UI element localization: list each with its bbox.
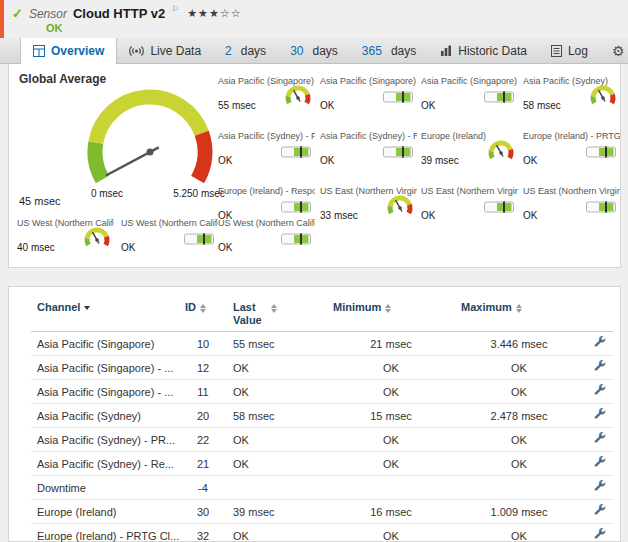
linear-gauge-icon <box>586 146 616 158</box>
channel-gauge-label: US West (Northern California)... <box>218 218 315 228</box>
cell-minimum: OK <box>327 380 455 404</box>
channel-gauge-value: 55 msec <box>218 100 256 111</box>
channel-gauge-cell[interactable]: Asia Pacific (Sydney) - Respo... OK <box>320 131 417 175</box>
cell-last-value: OK <box>227 380 327 404</box>
cell-maximum: OK <box>455 356 583 380</box>
sensor-page: ✓ Sensor Cloud HTTP v2 ⚐ ★★★☆☆ OK Overvi… <box>0 0 628 542</box>
wrench-icon <box>594 384 607 397</box>
status-badge: OK <box>46 22 63 34</box>
cell-id: 10 <box>179 332 227 356</box>
channel-gauge-cell[interactable]: US West (Northern California)... OK <box>121 218 218 262</box>
cell-minimum: OK <box>327 452 455 476</box>
gauges-panel: Global Average 0 msec 5.250 msec 45 msec… <box>8 64 621 268</box>
tab-overview[interactable]: Overview <box>20 38 117 63</box>
tab-historic-data[interactable]: Historic Data <box>428 38 539 63</box>
channel-gauge-cell[interactable]: Asia Pacific (Sydney) - PRTG C... OK <box>218 131 315 175</box>
tab-label: Log <box>568 44 588 58</box>
table-header-row: Channel ID Last Value Minimum Maximum <box>31 295 613 332</box>
status-check-icon: ✓ <box>12 6 23 21</box>
table-row: Asia Pacific (Singapore) - ... 11 OK OK … <box>31 380 613 404</box>
table-row: Europe (Ireland) - PRTG Cl... 32 OK OK O… <box>31 524 613 542</box>
channel-gauge-cell[interactable]: Asia Pacific (Singapore) - Res... OK <box>421 76 518 120</box>
channel-gauge-cell[interactable]: US East (Northern Virginia) -... OK <box>421 186 518 230</box>
column-header-last-value[interactable]: Last Value <box>227 295 327 332</box>
tab-365-days[interactable]: 365days <box>350 38 428 63</box>
cell-last-value: OK <box>227 524 327 542</box>
sensor-header: ✓ Sensor Cloud HTTP v2 ⚐ ★★★☆☆ <box>12 6 242 21</box>
linear-gauge-icon <box>383 146 413 158</box>
channel-gauge-value: OK <box>320 155 334 166</box>
sort-icon <box>516 304 522 313</box>
cell-last-value: 58 msec <box>227 404 327 428</box>
channel-gauge-cell[interactable]: Europe (Ireland) - PRTG Cloud... OK <box>523 131 620 175</box>
gear-icon: ⚙ <box>612 44 625 58</box>
cell-minimum: OK <box>327 428 455 452</box>
cell-id: 21 <box>179 452 227 476</box>
tab-label: days <box>241 44 266 58</box>
channel-settings-button[interactable] <box>594 480 607 495</box>
channel-settings-button[interactable] <box>594 528 607 542</box>
table-row: Asia Pacific (Sydney) - Re... 21 OK OK O… <box>31 452 613 476</box>
channel-table: Channel ID Last Value Minimum Maximum As… <box>31 295 613 542</box>
cell-minimum: OK <box>327 356 455 380</box>
cell-last-value: OK <box>227 428 327 452</box>
channel-gauge-cell[interactable]: US East (Northern Virginia) 33 msec <box>320 186 417 230</box>
cell-last-value <box>227 476 327 500</box>
priority-stars[interactable]: ★★★☆☆ <box>187 7 241 20</box>
table-row: Asia Pacific (Singapore) - ... 12 OK OK … <box>31 356 613 380</box>
channel-gauge-value: 58 msec <box>523 100 561 111</box>
channel-settings-button[interactable] <box>594 432 607 447</box>
column-header-minimum[interactable]: Minimum <box>327 295 455 332</box>
channel-gauge-cell[interactable]: US East (Northern Virginia) -... OK <box>523 186 620 230</box>
tab-log[interactable]: Log <box>539 38 600 63</box>
channel-gauge-cell[interactable]: US West (Northern California) 40 msec <box>17 218 114 262</box>
table-row: Europe (Ireland) 30 39 msec 16 msec 1.00… <box>31 500 613 524</box>
channel-gauge-cell[interactable]: Asia Pacific (Singapore) 55 msec <box>218 76 315 120</box>
channel-gauge-cell[interactable]: Europe (Ireland) 39 msec <box>421 131 518 175</box>
channel-gauge-label: US West (Northern California)... <box>121 218 218 228</box>
cell-id: 30 <box>179 500 227 524</box>
channel-gauge-label: Europe (Ireland) - Response C... <box>218 186 315 196</box>
column-header-channel[interactable]: Channel <box>31 295 179 332</box>
cell-channel: Asia Pacific (Singapore) <box>31 332 179 356</box>
channel-gauge-value: OK <box>421 100 435 111</box>
cell-id: 32 <box>179 524 227 542</box>
tab-number: 30 <box>290 44 303 58</box>
cell-channel: Asia Pacific (Sydney) - Re... <box>31 452 179 476</box>
channel-settings-button[interactable] <box>594 456 607 471</box>
channel-settings-button[interactable] <box>594 504 607 519</box>
channel-gauge-label: Asia Pacific (Sydney) - PRTG C... <box>218 131 315 141</box>
tab-settings[interactable]: ⚙ Settings <box>600 38 628 63</box>
channel-settings-button[interactable] <box>594 360 607 375</box>
cell-channel: Asia Pacific (Sydney) - PR... <box>31 428 179 452</box>
cell-channel: Asia Pacific (Sydney) <box>31 404 179 428</box>
tab-30-days[interactable]: 30days <box>278 38 350 63</box>
channel-settings-button[interactable] <box>594 384 607 399</box>
wrench-icon <box>594 408 607 421</box>
column-header-id[interactable]: ID <box>179 295 227 332</box>
channel-gauge-cell[interactable]: US West (Northern California)... OK <box>218 218 315 262</box>
cell-minimum: 15 msec <box>327 404 455 428</box>
tab-label: days <box>312 44 337 58</box>
channel-gauge-cell[interactable]: Asia Pacific (Singapore) - PR... OK <box>320 76 417 120</box>
channel-gauge-value: 40 msec <box>17 242 55 253</box>
cell-maximum: OK <box>455 380 583 404</box>
cell-maximum: OK <box>455 452 583 476</box>
channel-gauge-value: OK <box>523 210 537 221</box>
tab-2-days[interactable]: 2days <box>213 38 278 63</box>
table-row: Asia Pacific (Sydney) - PR... 22 OK OK O… <box>31 428 613 452</box>
radial-gauge-icon <box>586 84 620 114</box>
channel-gauge-cell[interactable]: Asia Pacific (Sydney) 58 msec <box>523 76 620 120</box>
channel-settings-button[interactable] <box>594 408 607 423</box>
tab-label: Historic Data <box>458 44 527 58</box>
cell-minimum: 16 msec <box>327 500 455 524</box>
channel-settings-button[interactable] <box>594 336 607 351</box>
historic-data-icon <box>440 45 452 57</box>
stars-empty: ☆☆ <box>220 7 242 19</box>
tab-live-data[interactable]: Live Data <box>117 38 213 63</box>
channel-gauge-value: OK <box>121 242 135 253</box>
gauge-scale-min: 0 msec <box>79 188 135 199</box>
channel-gauge-value: 33 msec <box>320 210 358 221</box>
channel-gauge-value: 39 msec <box>421 155 459 166</box>
column-header-maximum[interactable]: Maximum <box>455 295 583 332</box>
